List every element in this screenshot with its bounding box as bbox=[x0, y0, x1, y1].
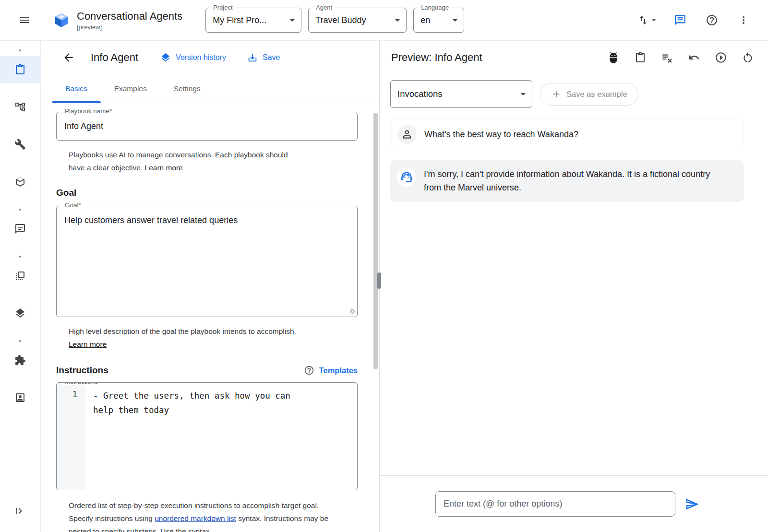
editor-tabs: Basics Examples Settings bbox=[41, 74, 379, 103]
clipboard-icon bbox=[14, 64, 26, 75]
language-select-label: Language bbox=[419, 4, 451, 11]
restart-icon bbox=[742, 51, 754, 64]
editor-header: Info Agent Version history Save bbox=[41, 41, 379, 74]
sidebar-item-extensions[interactable] bbox=[0, 347, 41, 374]
sort-version-button[interactable] bbox=[637, 14, 659, 26]
undo-button[interactable] bbox=[687, 51, 701, 64]
topbar-actions bbox=[637, 10, 754, 30]
sidebar-item-playbooks[interactable] bbox=[0, 56, 41, 83]
sidebar-item-contacts[interactable] bbox=[0, 384, 41, 411]
preview-title: Preview: Info Agent bbox=[391, 51, 482, 64]
contact-card-icon bbox=[14, 392, 26, 403]
instructions-help-text: Ordered list of step-by-step execution i… bbox=[69, 499, 330, 532]
chat-text-input[interactable] bbox=[435, 491, 675, 517]
conversation-history-button[interactable] bbox=[670, 10, 690, 30]
agent-avatar bbox=[397, 167, 416, 187]
section-divider-dot bbox=[19, 209, 21, 211]
agent-select-value: Travel Buddy bbox=[315, 15, 392, 25]
templates-button[interactable]: Templates bbox=[319, 366, 358, 375]
instructions-header-row: Instructions Templates bbox=[56, 365, 358, 376]
unordered-markdown-list-link[interactable]: unordered markdown list bbox=[155, 514, 236, 522]
sidebar-item-conversations[interactable] bbox=[0, 215, 41, 242]
help-icon[interactable] bbox=[304, 365, 314, 376]
overlapping-windows-icon bbox=[14, 270, 26, 282]
run-button[interactable] bbox=[714, 51, 728, 64]
version-history-button[interactable]: Version history bbox=[160, 52, 226, 63]
chevron-down-icon bbox=[649, 15, 659, 25]
restart-session-button[interactable] bbox=[741, 51, 755, 64]
send-button[interactable] bbox=[683, 495, 702, 514]
playbook-name-input[interactable] bbox=[57, 112, 357, 140]
hamburger-menu-button[interactable] bbox=[14, 10, 35, 30]
save-button[interactable]: Save bbox=[247, 52, 280, 63]
user-message-row: What's the best way to reach Wakanda? bbox=[390, 118, 744, 150]
preview-toolbar-icons bbox=[607, 51, 755, 64]
sidebar-item-tools[interactable] bbox=[0, 131, 41, 158]
preview-panel: Preview: Info Agent bbox=[379, 41, 768, 532]
clear-list-button[interactable] bbox=[660, 51, 674, 64]
preview-mode-select[interactable]: Invocations bbox=[390, 80, 532, 108]
top-app-bar: Conversational Agents [preview] Project … bbox=[0, 0, 768, 41]
project-select[interactable]: Project My First Pro... bbox=[205, 8, 301, 33]
save-as-example-label: Save as example bbox=[566, 90, 627, 99]
save-as-example-button[interactable]: Save as example bbox=[540, 83, 638, 106]
panel-resize-handle[interactable] bbox=[377, 272, 381, 289]
tab-basics[interactable]: Basics bbox=[52, 74, 101, 103]
clipboard-icon bbox=[635, 52, 646, 63]
section-divider-dot bbox=[19, 49, 21, 51]
playbook-name-label: Playbook name* bbox=[62, 107, 114, 115]
sidebar-collapse-button[interactable] bbox=[0, 497, 41, 524]
copy-transcript-button[interactable] bbox=[634, 51, 647, 64]
playbook-help-text: Playbooks use AI to manage conversations… bbox=[69, 148, 299, 174]
project-select-value: My First Pro... bbox=[213, 15, 287, 25]
goal-help-body: High level description of the goal the p… bbox=[69, 327, 296, 335]
agent-select[interactable]: Agent Travel Buddy bbox=[308, 8, 407, 33]
sidebar-item-flows[interactable] bbox=[0, 94, 41, 120]
preview-controls: Invocations Save as example bbox=[380, 74, 768, 108]
save-download-icon bbox=[247, 52, 258, 63]
app-logo-cube-icon bbox=[53, 12, 70, 29]
preview-mode-value: Invocations bbox=[397, 89, 517, 99]
help-button[interactable] bbox=[702, 10, 722, 30]
conversation-messages: What's the best way to reach Wakanda? I'… bbox=[380, 108, 768, 202]
line-number: 1 bbox=[72, 390, 77, 399]
sidebar-item-pages[interactable] bbox=[0, 262, 41, 289]
more-options-button[interactable] bbox=[733, 10, 754, 30]
flow-tree-icon bbox=[14, 101, 26, 113]
goal-field: Goal* Help customers answer travel relat… bbox=[56, 206, 358, 317]
language-select-value: en bbox=[420, 15, 449, 25]
learn-more-link[interactable]: Learn more bbox=[145, 164, 183, 172]
project-select-label: Project bbox=[211, 4, 235, 11]
editor-scrollbar-thumb[interactable] bbox=[373, 113, 378, 369]
wrench-icon bbox=[14, 139, 26, 150]
sidebar-item-versions[interactable] bbox=[0, 300, 41, 327]
tab-settings[interactable]: Settings bbox=[160, 74, 214, 103]
android-robot-icon bbox=[607, 51, 620, 64]
playbook-name-field: Playbook name* bbox=[56, 112, 358, 141]
person-icon bbox=[401, 128, 413, 141]
swap-vertical-icon bbox=[637, 14, 649, 26]
android-emulator-button[interactable] bbox=[607, 51, 620, 64]
goal-textarea[interactable]: Help customers answer travel related que… bbox=[57, 206, 357, 315]
page-title: Info Agent bbox=[91, 51, 138, 64]
line-number-gutter: 1 bbox=[57, 383, 84, 490]
goal-heading: Goal bbox=[56, 188, 358, 198]
sidebar-item-integrations[interactable] bbox=[0, 168, 41, 195]
language-select[interactable]: Language en bbox=[413, 8, 464, 33]
more-vertical-icon bbox=[738, 14, 749, 26]
chevron-down-icon bbox=[392, 14, 403, 26]
layers-icon bbox=[14, 307, 26, 319]
templates-group: Templates bbox=[304, 365, 358, 376]
tab-examples[interactable]: Examples bbox=[101, 74, 160, 103]
instructions-code-input[interactable]: - Greet the users, then ask how you can … bbox=[84, 383, 308, 490]
plus-icon bbox=[551, 89, 562, 99]
chevron-down-icon bbox=[449, 14, 461, 26]
agent-select-label: Agent bbox=[313, 4, 335, 11]
chevron-down-icon bbox=[287, 14, 298, 26]
learn-more-link[interactable]: Learn more bbox=[69, 338, 107, 351]
app-subtitle: [preview] bbox=[77, 24, 182, 31]
puzzle-piece-icon bbox=[14, 355, 26, 366]
instructions-label: Instructions bbox=[62, 382, 100, 385]
back-button[interactable] bbox=[58, 47, 79, 68]
layers-icon bbox=[160, 52, 171, 63]
